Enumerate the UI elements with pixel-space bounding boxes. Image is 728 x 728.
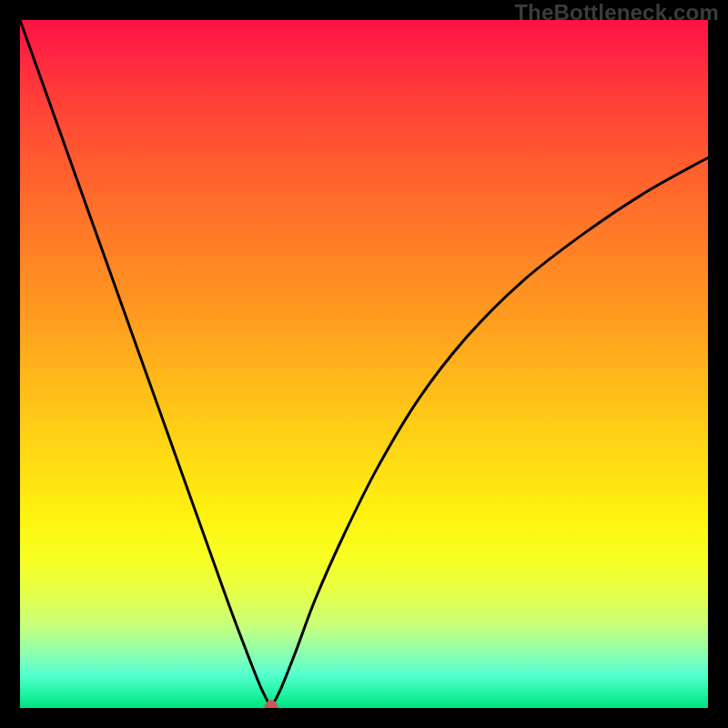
frame-edge-left bbox=[0, 0, 20, 728]
chart-curve-layer bbox=[20, 20, 708, 708]
frame-edge-right bbox=[708, 0, 728, 728]
bottleneck-curve-path bbox=[20, 20, 708, 708]
frame-edge-bottom bbox=[0, 708, 728, 728]
chart-stage: TheBottleneck.com bbox=[0, 0, 728, 728]
watermark-text: TheBottleneck.com bbox=[514, 0, 719, 25]
